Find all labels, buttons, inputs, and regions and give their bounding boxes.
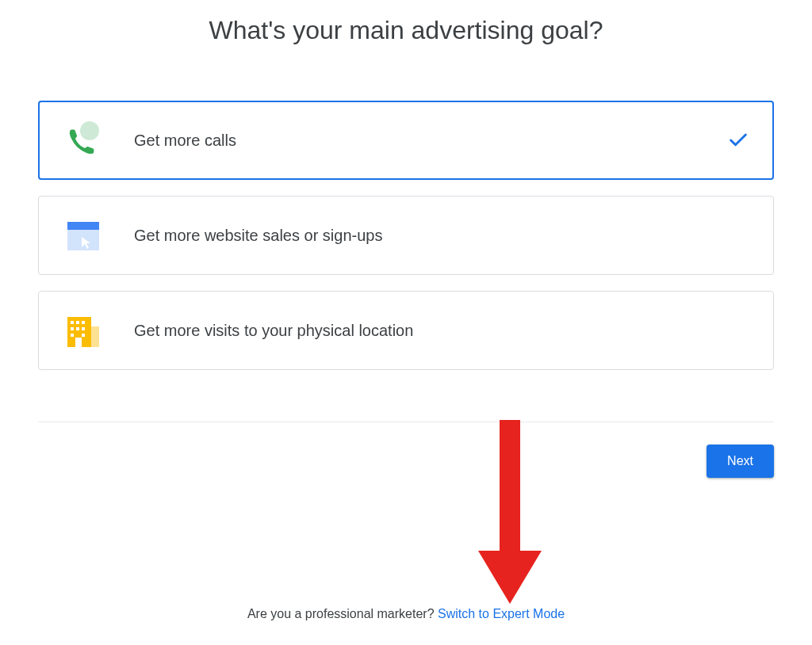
next-button[interactable]: Next (707, 445, 774, 478)
check-icon (727, 129, 749, 151)
phone-icon (63, 120, 102, 160)
switch-expert-mode-link[interactable]: Switch to Expert Mode (438, 607, 565, 620)
goal-option-label: Get more visits to your physical locatio… (134, 322, 749, 340)
goal-option-label: Get more calls (134, 132, 727, 150)
footer-prompt: Are you a professional marketer? (247, 607, 438, 620)
goal-option-calls[interactable]: Get more calls (38, 101, 774, 180)
goal-option-label: Get more website sales or sign-ups (134, 227, 749, 245)
svg-rect-8 (71, 327, 74, 330)
svg-rect-5 (71, 321, 74, 324)
goal-option-website[interactable]: Get more website sales or sign-ups (38, 196, 774, 275)
svg-rect-9 (76, 327, 79, 330)
store-icon (63, 311, 102, 350)
svg-rect-7 (82, 321, 85, 324)
goal-option-location[interactable]: Get more visits to your physical locatio… (38, 291, 774, 370)
svg-rect-1 (67, 222, 99, 230)
svg-rect-12 (82, 334, 85, 337)
svg-rect-10 (82, 327, 85, 330)
svg-point-0 (80, 121, 99, 140)
page-heading: What's your main advertising goal? (38, 16, 774, 45)
svg-rect-6 (76, 321, 79, 324)
svg-rect-13 (75, 338, 82, 347)
browser-icon (63, 216, 102, 255)
button-row: Next (38, 422, 774, 478)
footer-text: Are you a professional marketer? Switch … (0, 607, 812, 621)
svg-rect-11 (71, 334, 74, 337)
